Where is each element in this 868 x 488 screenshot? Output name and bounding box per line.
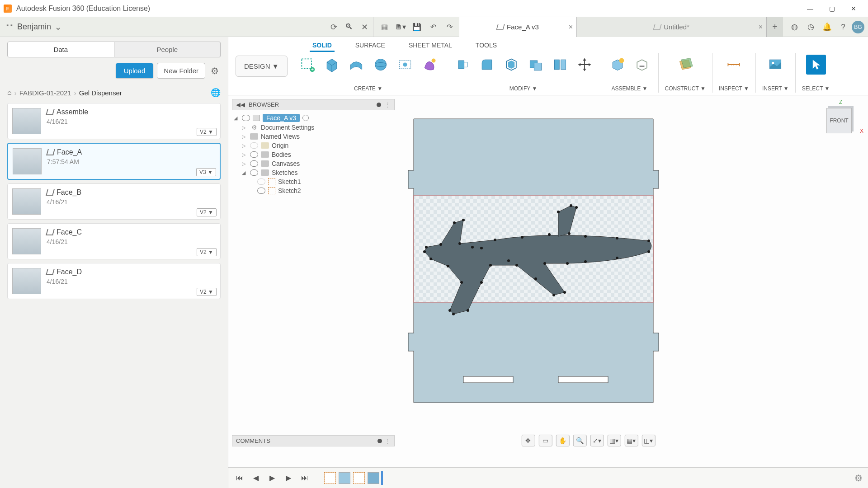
- file-card[interactable]: Face_D 4/16/21 V2 ▼: [7, 263, 221, 299]
- timeline-feature-sketch[interactable]: [353, 472, 365, 484]
- document-tab-active[interactable]: Face_A v3 ×: [459, 17, 577, 37]
- workspace-switcher[interactable]: DESIGN ▼: [236, 56, 288, 77]
- help-button[interactable]: ?: [835, 19, 851, 35]
- browser-header[interactable]: ◀◀ BROWSER ⋮: [232, 99, 395, 110]
- timeline-settings-button[interactable]: ⚙: [854, 473, 863, 483]
- visibility-icon[interactable]: [242, 115, 250, 121]
- version-selector[interactable]: V3 ▼: [196, 168, 216, 176]
- timeline-feature-extrude[interactable]: [339, 472, 350, 484]
- form-button[interactable]: [420, 55, 439, 75]
- timeline-step-back-button[interactable]: ◀: [250, 472, 262, 484]
- expand-icon[interactable]: ◢: [242, 170, 247, 176]
- expand-icon[interactable]: ▷: [242, 161, 247, 167]
- version-selector[interactable]: V2 ▼: [197, 208, 217, 216]
- extrude-button[interactable]: [346, 55, 366, 75]
- file-card[interactable]: Assemble 4/16/21 V2 ▼: [7, 103, 221, 139]
- collapse-icon[interactable]: ◀◀: [236, 101, 245, 108]
- look-at-button[interactable]: ▭: [538, 435, 552, 446]
- viewport-layout-button[interactable]: ◫▾: [642, 435, 655, 446]
- new-folder-button[interactable]: New Folder: [157, 63, 205, 79]
- home-icon[interactable]: ⌂: [7, 89, 12, 97]
- new-component-button[interactable]: [608, 55, 627, 75]
- viewcube-face[interactable]: FRONT: [826, 108, 852, 133]
- align-button[interactable]: [550, 55, 570, 75]
- construct-plane-button[interactable]: [675, 55, 695, 75]
- timeline-end-button[interactable]: ⏭: [299, 472, 311, 484]
- visibility-icon[interactable]: [250, 160, 258, 167]
- expand-icon[interactable]: ▷: [242, 134, 247, 140]
- timeline-step-forward-button[interactable]: ▶: [283, 472, 294, 484]
- drag-handle-icon[interactable]: ⋮: [385, 101, 391, 108]
- hole-button[interactable]: [395, 55, 415, 75]
- close-tab-button[interactable]: ×: [569, 23, 573, 31]
- comments-panel-header[interactable]: COMMENTS ⋮: [232, 435, 395, 446]
- tree-item-named-views[interactable]: ▷Named Views: [232, 132, 395, 141]
- select-button[interactable]: [806, 55, 826, 75]
- close-panel-button[interactable]: ✕: [357, 19, 372, 35]
- redo-button[interactable]: ↷: [442, 20, 457, 34]
- tree-item-sketch1[interactable]: Sketch1: [232, 177, 395, 186]
- data-tab[interactable]: Data: [7, 42, 114, 57]
- user-avatar[interactable]: BG: [852, 21, 864, 33]
- zoom-button[interactable]: 🔍: [573, 435, 586, 446]
- timeline-feature-canvas[interactable]: [368, 472, 379, 484]
- visibility-icon[interactable]: [250, 142, 258, 149]
- tree-item-bodies[interactable]: ▷Bodies: [232, 150, 395, 159]
- expand-icon[interactable]: ▷: [242, 143, 247, 149]
- expand-icon[interactable]: ▷: [242, 152, 247, 158]
- file-card[interactable]: Face_B 4/16/21 V2 ▼: [7, 183, 221, 220]
- breadcrumb-project[interactable]: FABDIG-01-2021: [19, 89, 71, 97]
- undo-button[interactable]: ↶: [426, 20, 440, 34]
- viewport[interactable]: ◀◀ BROWSER ⋮ ◢ Face_A v3 ▷⚙Document Sett…: [228, 95, 868, 467]
- expand-icon[interactable]: ◢: [234, 115, 239, 121]
- maximize-button[interactable]: ▢: [821, 0, 843, 17]
- measure-button[interactable]: [724, 55, 744, 75]
- team-dropdown[interactable]: Benjamin ⌄: [0, 22, 67, 32]
- grid-settings-button[interactable]: ▦▾: [624, 435, 638, 446]
- timeline-feature-sketch[interactable]: [324, 472, 336, 484]
- view-cube[interactable]: Z FRONT X: [823, 101, 859, 137]
- tree-item-doc-settings[interactable]: ▷⚙Document Settings: [232, 123, 395, 132]
- visibility-icon[interactable]: [250, 151, 258, 158]
- refresh-button[interactable]: ⟳: [326, 19, 341, 35]
- close-tab-button[interactable]: ×: [759, 23, 763, 31]
- upload-button[interactable]: Upload: [116, 63, 154, 78]
- visibility-icon[interactable]: [257, 178, 265, 185]
- file-card[interactable]: Face_A 7:57:54 AM V3 ▼: [7, 143, 221, 180]
- version-selector[interactable]: V2 ▼: [197, 288, 217, 296]
- activate-icon[interactable]: [302, 115, 309, 121]
- extensions-button[interactable]: ◍: [787, 19, 802, 35]
- version-selector[interactable]: V2 ▼: [197, 128, 217, 136]
- settings-dot-icon[interactable]: [377, 103, 381, 107]
- ribbon-tab-solid[interactable]: SOLID: [310, 40, 335, 52]
- share-web-button[interactable]: 🌐: [211, 88, 221, 98]
- visibility-icon[interactable]: [250, 169, 258, 176]
- grid-apps-button[interactable]: ▦: [377, 20, 392, 34]
- tree-item-sketch2[interactable]: Sketch2: [232, 186, 395, 195]
- shell-button[interactable]: [501, 55, 521, 75]
- timeline-start-button[interactable]: ⏮: [234, 472, 245, 484]
- insert-button[interactable]: [765, 55, 785, 75]
- timeline-marker[interactable]: [381, 471, 383, 485]
- ribbon-tab-surface[interactable]: SURFACE: [353, 40, 388, 52]
- settings-dot-icon[interactable]: [377, 439, 382, 443]
- tree-root[interactable]: ◢ Face_A v3: [232, 113, 395, 123]
- tree-item-origin[interactable]: ▷Origin: [232, 141, 395, 150]
- panel-settings-button[interactable]: ⚙: [209, 64, 221, 78]
- orbit-button[interactable]: ✥: [521, 435, 535, 446]
- combine-button[interactable]: [526, 55, 546, 75]
- drag-handle-icon[interactable]: ⋮: [385, 437, 391, 444]
- save-button[interactable]: 💾: [410, 20, 424, 34]
- people-tab[interactable]: People: [114, 42, 221, 57]
- new-tab-button[interactable]: +: [767, 17, 783, 37]
- version-selector[interactable]: V2 ▼: [197, 248, 217, 256]
- file-card[interactable]: Face_C 4/16/21 V2 ▼: [7, 223, 221, 259]
- fillet-button[interactable]: [477, 55, 497, 75]
- ribbon-tab-tools[interactable]: TOOLS: [473, 40, 500, 52]
- close-window-button[interactable]: ✕: [843, 0, 864, 17]
- fit-button[interactable]: ⤢▾: [590, 435, 604, 446]
- create-box-button[interactable]: [322, 55, 342, 75]
- display-settings-button[interactable]: ▥▾: [607, 435, 621, 446]
- pan-button[interactable]: ✋: [556, 435, 569, 446]
- ribbon-tab-sheetmetal[interactable]: SHEET METAL: [406, 40, 455, 52]
